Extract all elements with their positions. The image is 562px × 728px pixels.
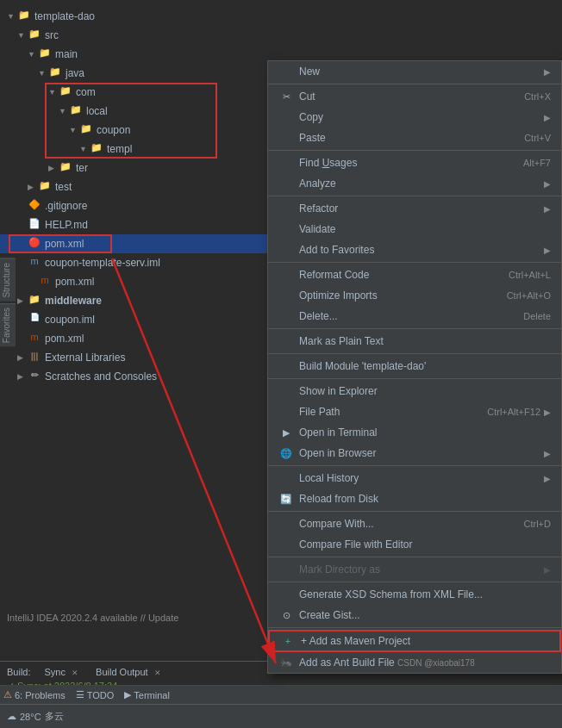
tree-item-ter[interactable]: ▶ 📁 ter (0, 159, 267, 177)
menu-item-delete[interactable]: Delete... Delete (268, 306, 561, 327)
menu-item-open-terminal[interactable]: ▶ Open in Terminal (268, 422, 561, 443)
tree-item-coupon[interactable]: ▼ 📁 coupon (0, 121, 267, 140)
menu-item-new[interactable]: New ▶ (268, 61, 561, 82)
folder-icon: 📁 (17, 9, 31, 23)
menu-item-build-module[interactable]: Build Module 'template-dao' (268, 356, 561, 376)
menu-item-mark-dir[interactable]: Mark Directory as ▶ (268, 559, 561, 580)
menu-label-reload: Reload from Disk (299, 493, 551, 505)
menu-label-copy: Copy (299, 111, 540, 123)
menu-item-add-maven[interactable]: + + Add as Maven Project (268, 630, 561, 652)
tree-item-gitignore[interactable]: ▶ 🔶 .gitignore (0, 196, 267, 215)
tree-arrow: ▼ (28, 50, 36, 59)
tree-item-pomxml2[interactable]: ▶ m pom.xml (0, 272, 267, 291)
tree-item-com[interactable]: ▼ 📁 com (0, 83, 267, 102)
folder-icon: 📁 (38, 180, 52, 194)
menu-label-add-maven: + Add as Maven Project (301, 635, 549, 647)
maven-icon: 🔴 (28, 237, 41, 251)
tree-item-ext-libs[interactable]: ▶ ||| External Libraries (0, 348, 267, 367)
menu-item-show-explorer[interactable]: Show in Explorer (268, 381, 561, 401)
menu-item-reformat[interactable]: Reformat Code Ctrl+Alt+L (268, 264, 561, 285)
tree-item-java[interactable]: ▼ 📁 java (0, 64, 267, 83)
compare-shortcut: Ctrl+D (524, 519, 551, 529)
menu-item-paste[interactable]: Paste Ctrl+V (268, 128, 561, 148)
tree-item-src[interactable]: ▼ 📁 src (0, 26, 267, 45)
tree-item-helpmd[interactable]: ▶ 📄 HELP.md (0, 215, 267, 234)
tree-item-coupon-iml2[interactable]: ▶ 📄 coupon.iml (0, 310, 267, 329)
tree-label: main (55, 48, 78, 60)
menu-label-cut: Cut (299, 90, 507, 103)
menu-item-gen-xsd[interactable]: Generate XSD Schema from XML File... (268, 584, 561, 605)
menu-item-reload[interactable]: 🔄 Reload from Disk (268, 488, 561, 509)
tab-build-output[interactable]: Build Output ✕ (89, 665, 168, 679)
menu-label-paste: Paste (299, 132, 507, 144)
problems-item[interactable]: ⚠ 6: Problems (3, 689, 66, 700)
terminal-label: Terminal (134, 690, 170, 700)
menu-item-optimize[interactable]: Optimize Imports Ctrl+Alt+O (268, 285, 561, 306)
tree-label: pom.xml (45, 333, 84, 345)
tree-arrow: ▶ (48, 164, 57, 172)
tree-item-pomxml1[interactable]: ▶ 🔴 pom.xml (0, 234, 267, 253)
tree-arrow: ▶ (17, 353, 26, 362)
folder-icon: 📁 (90, 142, 103, 156)
folder-icon: 📁 (69, 104, 83, 118)
menu-item-open-browser[interactable]: 🌐 Open in Browser ▶ (268, 443, 561, 464)
weather-desc: 多云 (45, 710, 64, 723)
tree-item-middleware[interactable]: ▶ 📁 middleware (0, 291, 267, 310)
menu-item-validate[interactable]: Validate (268, 219, 561, 240)
menu-label-validate: Validate (299, 223, 551, 235)
folder-icon: 📁 (79, 123, 93, 137)
menu-item-add-ant[interactable]: 🐜 Add as Ant Build File CSDN @xiaobai178 (268, 652, 561, 673)
tree-item-pomxml3[interactable]: ▶ m pom.xml (0, 329, 267, 348)
tree-item-test[interactable]: ▶ 📁 test (0, 177, 267, 196)
menu-label-mark-dir: Mark Directory as (299, 563, 540, 576)
submenu-arrow: ▶ (544, 449, 551, 458)
menu-label-optimize: Optimize Imports (299, 289, 490, 302)
todo-item[interactable]: ☰ TODO (76, 689, 115, 700)
delete-shortcut: Delete (523, 311, 551, 321)
terminal-icon: ▶ (278, 427, 294, 439)
tree-arrow: ▼ (79, 145, 88, 153)
md-icon: 📄 (28, 218, 41, 232)
tree-label: java (66, 67, 84, 79)
scratch-icon: ✏ (28, 370, 41, 383)
tab-structure[interactable]: Structure (0, 258, 16, 302)
separator (268, 84, 561, 84)
tree-item-local[interactable]: ▼ 📁 local (0, 102, 267, 121)
tab-sync[interactable]: Sync ✕ (38, 665, 86, 679)
terminal-item[interactable]: ▶ Terminal (124, 689, 170, 700)
iml-icon2: 📄 (28, 313, 41, 327)
tree-item-main[interactable]: ▼ 📁 main (0, 45, 267, 64)
menu-item-add-favorites[interactable]: Add to Favorites ▶ (268, 240, 561, 260)
tree-item-template-dao[interactable]: ▼ 📁 template-dao (0, 7, 267, 26)
tab-favorites[interactable]: Favorites (0, 303, 16, 346)
submenu-arrow: ▶ (544, 408, 551, 417)
tree-item-coupon-iml[interactable]: ▶ m coupon-template-serv.iml (0, 253, 267, 272)
tree-item-templ[interactable]: ▼ 📁 templ (0, 140, 267, 159)
menu-item-compare-editor[interactable]: Compare File with Editor (268, 534, 561, 555)
menu-item-copy[interactable]: Copy ▶ (268, 107, 561, 128)
menu-item-refactor[interactable]: Refactor ▶ (268, 198, 561, 219)
menu-item-compare[interactable]: Compare With... Ctrl+D (268, 513, 561, 534)
menu-label-gist: Create Gist... (299, 609, 551, 621)
menu-item-analyze[interactable]: Analyze ▶ (268, 173, 561, 194)
menu-item-file-path[interactable]: File Path Ctrl+Alt+F12 ▶ (268, 401, 561, 422)
build-output-label: Build Output (96, 667, 148, 677)
idea-notification-text: IntelliJ IDEA 2020.2.4 available // Upda… (7, 613, 178, 623)
menu-label-delete: Delete... (299, 310, 506, 322)
tree-label: src (45, 29, 59, 41)
menu-item-mark-plain[interactable]: Mark as Plain Text (268, 331, 561, 352)
menu-item-find-usages[interactable]: Find Usages Alt+F7 (268, 152, 561, 173)
sync-close[interactable]: ✕ (72, 669, 78, 677)
separator (268, 378, 561, 379)
menu-item-local-history[interactable]: Local History ▶ (268, 468, 561, 488)
menu-item-create-gist[interactable]: ⊙ Create Gist... (268, 605, 561, 625)
output-close[interactable]: ✕ (154, 669, 161, 677)
tree-item-scratches[interactable]: ▶ ✏ Scratches and Consoles (0, 367, 267, 386)
reformat-shortcut: Ctrl+Alt+L (509, 270, 551, 280)
maven-icon3: m (28, 332, 41, 345)
paste-shortcut: Ctrl+V (524, 133, 551, 143)
separator (268, 262, 561, 263)
menu-item-cut[interactable]: ✂ Cut Ctrl+X (268, 86, 561, 107)
tree-arrow: ▶ (28, 183, 36, 191)
git-icon: 🔶 (28, 199, 41, 213)
